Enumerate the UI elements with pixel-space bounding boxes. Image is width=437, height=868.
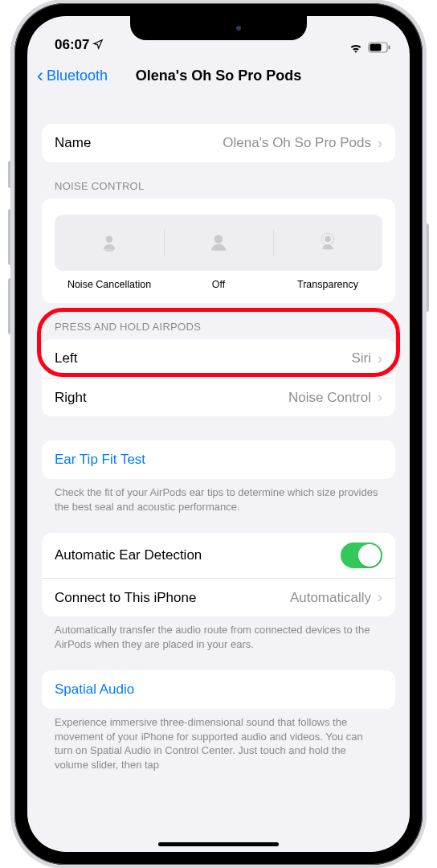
row-connect-iphone[interactable]: Connect to This iPhone Automatically › bbox=[42, 578, 395, 616]
noise-off-icon bbox=[206, 231, 231, 255]
group-auto: Automatic Ear Detection Connect to This … bbox=[42, 533, 395, 616]
eartip-footer: Check the fit of your AirPods ear tips t… bbox=[42, 479, 395, 514]
noise-control-labels: Noise Cancellation Off Transparency bbox=[55, 279, 382, 290]
svg-point-3 bbox=[106, 236, 112, 243]
wifi-icon bbox=[349, 42, 363, 53]
power-button bbox=[424, 223, 429, 312]
page-title: Olena's Oh So Pro Pods bbox=[136, 68, 301, 84]
row-left-airpod[interactable]: Left Siri › bbox=[42, 339, 395, 378]
chevron-right-icon: › bbox=[378, 389, 382, 406]
mute-switch bbox=[8, 161, 13, 188]
group-eartip: Ear Tip Fit Test bbox=[42, 440, 395, 479]
noise-off-option[interactable] bbox=[164, 215, 273, 271]
chevron-right-icon: › bbox=[378, 135, 382, 152]
transparency-icon bbox=[316, 231, 340, 255]
nav-header: ‹ Bluetooth Olena's Oh So Pro Pods bbox=[27, 55, 410, 96]
notch bbox=[130, 16, 307, 40]
location-icon bbox=[92, 39, 104, 50]
noise-cancel-option[interactable] bbox=[55, 215, 164, 271]
chevron-right-icon: › bbox=[378, 589, 382, 606]
noise-control-segmented bbox=[55, 215, 382, 271]
row-spatial-audio[interactable]: Spatial Audio bbox=[42, 670, 395, 709]
group-name: Name Olena's Oh So Pro Pods › bbox=[42, 124, 395, 162]
right-label: Right bbox=[55, 390, 87, 406]
label-transparency: Transparency bbox=[273, 279, 382, 290]
volume-down-button bbox=[8, 278, 13, 334]
auto-ear-label: Automatic Ear Detection bbox=[55, 547, 202, 563]
right-value: Noise Control bbox=[288, 390, 371, 406]
group-spatial: Spatial Audio bbox=[42, 670, 395, 709]
transparency-option[interactable] bbox=[273, 215, 382, 271]
svg-point-7 bbox=[325, 236, 331, 243]
left-value: Siri bbox=[351, 350, 371, 366]
auto-footer: Automatically transfer the audio route f… bbox=[42, 616, 395, 651]
auto-ear-toggle[interactable] bbox=[341, 542, 382, 568]
group-press-hold: Left Siri › Right Noise Control › bbox=[42, 339, 395, 416]
connect-label: Connect to This iPhone bbox=[55, 590, 196, 606]
noise-control-header: NOISE CONTROL bbox=[42, 162, 395, 199]
svg-point-4 bbox=[104, 250, 113, 252]
label-noise-off: Off bbox=[164, 279, 273, 290]
chevron-left-icon: ‹ bbox=[37, 66, 43, 85]
svg-rect-1 bbox=[389, 46, 390, 50]
screen: 06:07 ‹ Bluetooth Olena's Oh So Pro Pods bbox=[27, 16, 410, 852]
row-right-airpod[interactable]: Right Noise Control › bbox=[42, 378, 395, 416]
eartip-label: Ear Tip Fit Test bbox=[55, 452, 145, 468]
noise-control-group: Noise Cancellation Off Transparency bbox=[42, 199, 395, 303]
svg-point-5 bbox=[214, 235, 223, 244]
press-hold-header: PRESS AND HOLD AIRPODS bbox=[42, 303, 395, 339]
phone-frame: 06:07 ‹ Bluetooth Olena's Oh So Pro Pods bbox=[14, 3, 423, 865]
row-auto-ear-detection[interactable]: Automatic Ear Detection bbox=[42, 533, 395, 578]
status-time: 06:07 bbox=[55, 37, 89, 53]
row-ear-tip-test[interactable]: Ear Tip Fit Test bbox=[42, 440, 395, 479]
volume-up-button bbox=[8, 209, 13, 265]
label-noise-cancel: Noise Cancellation bbox=[55, 279, 164, 290]
spatial-footer: Experience immersive three-dimensional s… bbox=[42, 709, 395, 772]
left-label: Left bbox=[55, 350, 77, 366]
home-indicator[interactable] bbox=[158, 842, 279, 846]
svg-rect-2 bbox=[370, 44, 382, 51]
battery-icon bbox=[368, 42, 390, 53]
back-label: Bluetooth bbox=[47, 68, 108, 84]
row-name[interactable]: Name Olena's Oh So Pro Pods › bbox=[42, 124, 395, 162]
front-camera-icon bbox=[236, 26, 241, 31]
chevron-right-icon: › bbox=[378, 350, 382, 367]
noise-cancel-icon bbox=[98, 231, 120, 254]
name-value: Olena's Oh So Pro Pods bbox=[223, 135, 371, 151]
back-button[interactable]: ‹ Bluetooth bbox=[37, 66, 108, 85]
name-label: Name bbox=[55, 135, 91, 151]
toggle-knob bbox=[358, 544, 381, 567]
spatial-label: Spatial Audio bbox=[55, 682, 134, 698]
connect-value: Automatically bbox=[290, 590, 371, 606]
settings-content[interactable]: Name Olena's Oh So Pro Pods › NOISE CONT… bbox=[27, 96, 410, 852]
